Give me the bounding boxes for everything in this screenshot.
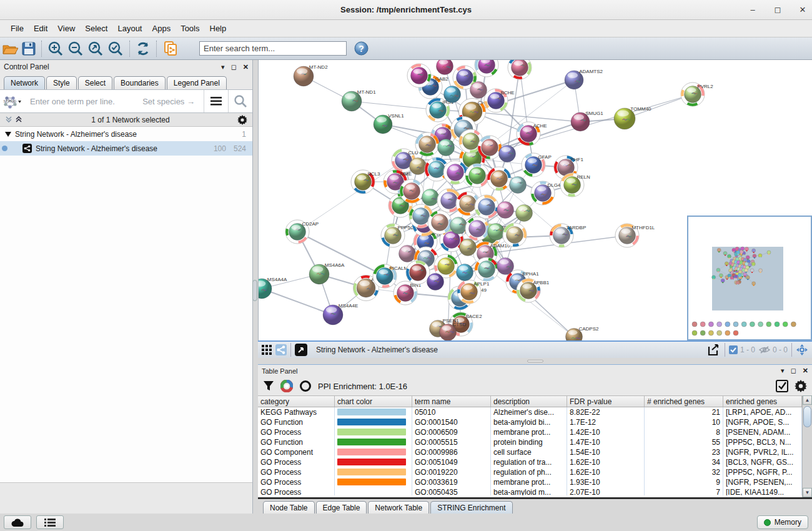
network-node[interactable]: [438, 139, 455, 156]
menu-edit[interactable]: Edit: [29, 22, 52, 35]
tab-legend-panel[interactable]: Legend Panel: [167, 76, 227, 89]
menu-view[interactable]: View: [53, 22, 79, 35]
table-row[interactable]: GO ComponentGO:0009986cell surface1.54E-…: [258, 447, 812, 457]
network-node[interactable]: [510, 177, 527, 194]
network-node[interactable]: [487, 167, 511, 191]
network-node-pvrl2[interactable]: PVRL2: [681, 82, 713, 106]
network-node-bin1[interactable]: BIN1: [394, 281, 422, 305]
column-header-term-name[interactable]: term name: [412, 396, 491, 407]
network-node-ache[interactable]: ACHE: [517, 122, 547, 146]
network-node[interactable]: [478, 136, 502, 159]
table-row[interactable]: GO ProcessGO:0006509membrane prot...1.42…: [258, 427, 812, 437]
menu-apps[interactable]: Apps: [148, 22, 176, 35]
table-tab-node-table[interactable]: Node Table: [263, 501, 315, 514]
select-all-checkbox-icon[interactable]: [776, 380, 788, 392]
table-settings-gear-icon[interactable]: [795, 380, 807, 392]
ring-icon[interactable]: [299, 380, 312, 392]
column-header-description[interactable]: description: [491, 396, 567, 407]
network-node-cadps2[interactable]: CADPS2: [566, 326, 599, 340]
task-list-button[interactable]: [36, 515, 64, 529]
string-protein-query-selector[interactable]: STRING: [0, 93, 24, 109]
network-node-mt-nd2[interactable]: MT-ND2: [294, 64, 328, 86]
minimize-button[interactable]: –: [748, 6, 757, 14]
network-node[interactable]: [465, 164, 489, 187]
zoom-in-button[interactable]: [47, 39, 64, 58]
network-edge[interactable]: [262, 289, 333, 315]
network-node[interactable]: [399, 246, 416, 262]
network-node-tardbp[interactable]: TARDBP: [550, 224, 586, 247]
network-row-selected[interactable]: String Network - Alzheimer's disease 100…: [0, 141, 252, 156]
network-node[interactable]: [450, 217, 467, 234]
string-options-button[interactable]: [204, 97, 228, 106]
column-header-category[interactable]: category: [258, 396, 335, 407]
network-node[interactable]: [475, 195, 498, 219]
network-node[interactable]: [457, 264, 473, 281]
scroll-up-arrow[interactable]: ▲: [803, 395, 812, 405]
network-node[interactable]: [475, 257, 498, 281]
network-node-apbb1[interactable]: APBB1: [517, 279, 550, 302]
tab-network[interactable]: Network: [4, 76, 45, 89]
detach-view-icon[interactable]: [295, 344, 307, 356]
birdseye-toggle-icon[interactable]: [796, 344, 808, 356]
network-node[interactable]: [499, 146, 516, 162]
network-node-reln[interactable]: RELN: [560, 173, 590, 197]
network-node[interactable]: [428, 211, 452, 234]
network-node[interactable]: [508, 60, 532, 79]
tree-expander-icon[interactable]: [0, 131, 15, 137]
table-row[interactable]: GO FunctionGO:0001540beta-amyloid bi...1…: [258, 417, 812, 427]
network-node-tomm40[interactable]: TOMM40: [614, 106, 651, 129]
network-canvas[interactable]: MT-ND2MT-ND1VSNL1GAB2IRS1IL1BCHATBCHEACH…: [258, 60, 812, 340]
search-input[interactable]: [199, 41, 347, 56]
copy-network-button[interactable]: [162, 39, 180, 58]
close-button[interactable]: ✕: [798, 6, 807, 14]
column-header-chart-color[interactable]: chart color: [335, 396, 412, 407]
network-node-ppp5c[interactable]: PPP5C: [381, 224, 414, 247]
table-row[interactable]: GO ProcessGO:0050435beta-amyloid m...2.0…: [258, 487, 812, 495]
network-node-ms4a6a[interactable]: MS4A6A: [309, 262, 345, 284]
menu-select[interactable]: Select: [81, 22, 112, 35]
network-node-gfap[interactable]: GFAP: [522, 153, 552, 177]
maximize-button[interactable]: ◻: [773, 6, 782, 14]
network-edge[interactable]: [352, 101, 438, 110]
network-node[interactable]: [422, 189, 439, 206]
table-panel-float-icon[interactable]: ◻: [791, 367, 796, 375]
network-node[interactable]: [465, 217, 489, 241]
column-header--enriched-genes[interactable]: # enriched genes: [645, 396, 723, 407]
network-node-dlg4[interactable]: DLG4: [531, 181, 561, 205]
panel-float-icon[interactable]: ◻: [231, 63, 237, 71]
table-row[interactable]: GO ProcessGO:0033619membrane prot...1.93…: [258, 477, 812, 487]
network-node-mt-nd1[interactable]: MT-ND1: [342, 89, 376, 111]
network-node[interactable]: [427, 274, 444, 290]
table-row[interactable]: GO ProcessGO:0051049regulation of tra...…: [258, 457, 812, 467]
panel-splitter-handle[interactable]: [252, 280, 257, 301]
network-collection-row[interactable]: String Network - Alzheimer's disease 1: [0, 127, 252, 141]
network-node[interactable]: [407, 64, 431, 87]
table-row[interactable]: GO FunctionGO:0005515protein binding1.47…: [258, 437, 812, 447]
filter-icon[interactable]: [263, 380, 274, 392]
zoom-fit-button[interactable]: [87, 39, 104, 58]
zoom-out-button[interactable]: [67, 39, 84, 58]
network-node-ms4a4a[interactable]: MS4A4A: [259, 277, 287, 299]
tab-style[interactable]: Style: [46, 76, 77, 89]
menu-layout[interactable]: Layout: [113, 22, 146, 35]
donut-chart-icon[interactable]: [280, 380, 293, 392]
network-node-ms4a4e[interactable]: MS4A4E: [323, 303, 358, 325]
export-network-icon[interactable]: [707, 343, 721, 357]
tab-select[interactable]: Select: [78, 76, 112, 89]
scrollbar-thumb[interactable]: [803, 406, 811, 427]
set-species-label[interactable]: Set species →: [142, 97, 195, 106]
network-node[interactable]: [460, 239, 477, 256]
table-tab-network-table[interactable]: Network Table: [368, 501, 429, 514]
network-node[interactable]: [503, 223, 527, 247]
network-node[interactable]: [443, 161, 467, 184]
zoom-selected-button[interactable]: [107, 39, 124, 58]
network-node[interactable]: [406, 261, 430, 284]
scroll-down-arrow[interactable]: ▼: [803, 488, 812, 497]
network-node-adamts2[interactable]: ADAMTS2: [565, 69, 603, 89]
table-tab-string-enrichment[interactable]: STRING Enrichment: [430, 501, 512, 514]
open-session-button[interactable]: [2, 39, 18, 58]
table-row[interactable]: KEGG Pathways05010Alzheimer's dise...8.8…: [258, 407, 812, 417]
table-splitter[interactable]: [258, 358, 812, 364]
network-node[interactable]: [470, 82, 487, 99]
table-scrollbar[interactable]: ▲ ▼: [802, 395, 812, 497]
